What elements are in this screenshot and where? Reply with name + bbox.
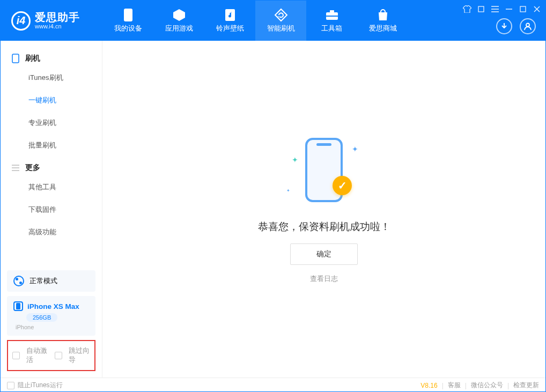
tab-my-device[interactable]: 我的设备 <box>102 1 153 41</box>
phone-icon <box>121 8 135 22</box>
view-log-link[interactable]: 查看日志 <box>310 275 338 284</box>
titlebar-controls <box>463 5 541 13</box>
mode-icon <box>13 276 24 286</box>
main-content: ✦ ✦ ✦ ✓ 恭喜您，保资料刷机成功啦！ 确定 查看日志 <box>102 41 545 378</box>
tab-smart-flash[interactable]: 智能刷机 <box>255 1 306 41</box>
svg-rect-14 <box>12 54 19 63</box>
svg-rect-3 <box>330 10 334 12</box>
nav-tabs: 我的设备 应用游戏 铃声壁纸 智能刷机 工具箱 爱思商城 <box>102 1 408 41</box>
app-title: 爱思助手 <box>35 11 80 23</box>
checkbox-skip-guide[interactable] <box>55 352 62 359</box>
sidebar-item-oneclick-flash[interactable]: 一键刷机 <box>1 89 102 112</box>
bag-icon <box>376 8 390 22</box>
account-button[interactable] <box>520 18 536 34</box>
sidebar-item-other-tools[interactable]: 其他工具 <box>1 176 102 198</box>
device-card[interactable]: iPhone XS Max 256GB iPhone <box>7 296 95 336</box>
section-title: 刷机 <box>25 54 40 63</box>
mode-label: 正常模式 <box>29 276 57 286</box>
section-title: 更多 <box>25 163 40 173</box>
tab-store[interactable]: 爱思商城 <box>357 1 408 41</box>
svg-rect-4 <box>326 16 338 17</box>
mode-card[interactable]: 正常模式 <box>7 270 95 292</box>
sparkle-icon: ✦ <box>286 188 290 193</box>
logo-area: i4 爱思助手 www.i4.cn <box>1 1 102 41</box>
ok-button[interactable]: 确定 <box>290 243 358 265</box>
option-auto-activate-label: 自动激活 <box>26 346 48 365</box>
sidebar-item-pro-flash[interactable]: 专业刷机 <box>1 112 102 134</box>
block-itunes-label: 阻止iTunes运行 <box>18 381 63 390</box>
customer-service-link[interactable]: 客服 <box>448 381 461 390</box>
maximize-icon[interactable] <box>519 5 527 13</box>
tshirt-icon[interactable] <box>463 5 471 13</box>
tab-toolbox[interactable]: 工具箱 <box>306 1 357 41</box>
flash-options: 自动激活 跳过向导 <box>7 340 95 371</box>
refresh-icon <box>274 8 288 22</box>
checkmark-badge-icon: ✓ <box>333 176 352 195</box>
sidebar: 刷机 iTunes刷机 一键刷机 专业刷机 批量刷机 更多 其他工具 下载固件 … <box>1 41 102 378</box>
footer: 阻止iTunes运行 V8.16 | 客服 | 微信公众号 | 检查更新 <box>1 378 545 392</box>
wechat-link[interactable]: 微信公众号 <box>471 381 503 390</box>
lock-icon[interactable] <box>477 5 485 13</box>
checkbox-block-itunes[interactable] <box>7 382 14 389</box>
minimize-icon[interactable] <box>505 5 513 13</box>
svg-rect-10 <box>520 6 526 12</box>
close-icon[interactable] <box>533 5 541 13</box>
sidebar-section-more: 更多 <box>1 157 102 176</box>
download-button[interactable] <box>496 18 512 34</box>
success-message: 恭喜您，保资料刷机成功啦！ <box>258 220 390 234</box>
tab-label: 爱思商城 <box>369 24 397 33</box>
menu-icon[interactable] <box>491 5 499 13</box>
cube-icon <box>172 8 186 22</box>
device-phone-icon <box>13 301 23 311</box>
sparkle-icon: ✦ <box>292 156 298 164</box>
tab-label: 铃声壁纸 <box>216 24 244 33</box>
sparkle-icon: ✦ <box>352 145 358 153</box>
device-capacity: 256GB <box>26 313 57 322</box>
header-actions <box>496 18 536 34</box>
tab-label: 应用游戏 <box>165 24 193 33</box>
sidebar-section-flash: 刷机 <box>1 47 102 66</box>
svg-rect-0 <box>124 9 132 21</box>
app-subtitle: www.i4.cn <box>35 23 80 29</box>
device-type: iPhone <box>16 324 34 330</box>
svg-point-13 <box>526 24 529 27</box>
tab-apps-games[interactable]: 应用游戏 <box>153 1 204 41</box>
toolbox-icon <box>325 8 339 22</box>
phone-outline-icon <box>11 54 20 63</box>
success-illustration: ✦ ✦ ✦ ✓ <box>286 135 361 210</box>
menu-lines-icon <box>11 164 20 172</box>
version-label: V8.16 <box>420 382 437 389</box>
tab-label: 智能刷机 <box>267 24 295 33</box>
tab-label: 工具箱 <box>321 24 342 33</box>
music-icon <box>223 8 237 22</box>
device-name: iPhone XS Max <box>27 302 79 310</box>
tab-ringtones[interactable]: 铃声壁纸 <box>204 1 255 41</box>
svg-rect-5 <box>478 6 484 12</box>
sidebar-item-batch-flash[interactable]: 批量刷机 <box>1 134 102 157</box>
check-update-link[interactable]: 检查更新 <box>513 381 539 390</box>
svg-rect-18 <box>16 303 20 309</box>
logo-icon: i4 <box>11 11 31 31</box>
sidebar-item-itunes-flash[interactable]: iTunes刷机 <box>1 66 102 89</box>
option-skip-guide-label: 跳过向导 <box>69 346 91 365</box>
sidebar-item-download-firmware[interactable]: 下载固件 <box>1 198 102 221</box>
sidebar-item-advanced[interactable]: 高级功能 <box>1 221 102 243</box>
tab-label: 我的设备 <box>114 24 142 33</box>
checkbox-auto-activate[interactable] <box>12 352 20 359</box>
app-header: i4 爱思助手 www.i4.cn 我的设备 应用游戏 铃声壁纸 智能刷机 工具… <box>1 1 545 41</box>
